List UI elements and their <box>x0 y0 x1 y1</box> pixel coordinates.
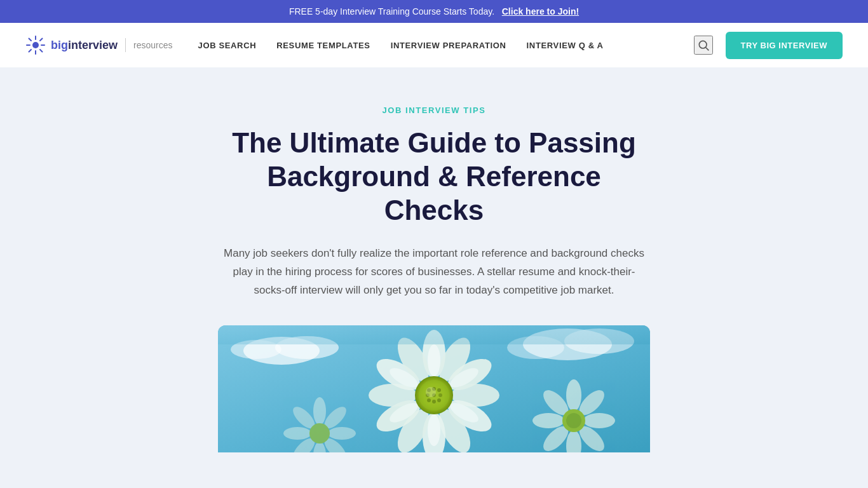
svg-line-6 <box>40 50 43 52</box>
top-banner: FREE 5-day Interview Training Course Sta… <box>0 0 868 23</box>
nav-interview-preparation[interactable]: INTERVIEW PREPARATION <box>391 41 506 50</box>
logo-text[interactable]: biginterview resources <box>51 38 173 52</box>
banner-text: FREE 5-day Interview Training Course Sta… <box>289 6 494 17</box>
nav-interview-qa[interactable]: INTERVIEW Q & A <box>527 41 604 50</box>
logo-icon <box>25 35 46 55</box>
try-big-interview-button[interactable]: TRY BIG INTERVIEW <box>726 32 843 59</box>
article-container: JOB INTERVIEW TIPS The Ultimate Guide to… <box>218 105 650 452</box>
svg-point-48 <box>566 379 581 411</box>
svg-point-58 <box>313 397 326 425</box>
svg-point-57 <box>566 413 581 428</box>
logo-big: big <box>51 39 68 52</box>
svg-point-66 <box>309 423 330 444</box>
search-button[interactable] <box>694 36 713 55</box>
nav-resume-templates[interactable]: RESUME TEMPLATES <box>276 41 370 50</box>
search-icon <box>697 39 710 51</box>
svg-point-30 <box>428 344 440 376</box>
site-header: biginterview resources JOB SEARCH RESUME… <box>0 23 868 67</box>
svg-point-43 <box>438 393 442 397</box>
svg-point-40 <box>437 388 441 392</box>
category-label: JOB INTERVIEW TIPS <box>218 105 650 115</box>
svg-point-60 <box>328 427 356 440</box>
logo-area: biginterview resources <box>25 35 173 55</box>
article-intro: Many job seekers don't fully realize the… <box>218 245 650 300</box>
svg-line-7 <box>40 39 43 41</box>
svg-point-0 <box>32 42 39 48</box>
logo-divider <box>125 38 126 52</box>
nav-right: TRY BIG INTERVIEW <box>694 32 843 59</box>
main-nav: JOB SEARCH RESUME TEMPLATES INTERVIEW PR… <box>198 41 694 50</box>
svg-line-5 <box>29 39 32 41</box>
svg-point-50 <box>583 413 615 428</box>
svg-point-46 <box>437 398 441 402</box>
svg-line-8 <box>29 50 32 52</box>
nav-job-search[interactable]: JOB SEARCH <box>198 41 257 50</box>
svg-point-47 <box>426 387 436 397</box>
logo-interview: interview <box>68 39 118 52</box>
hero-image <box>218 325 650 452</box>
banner-link[interactable]: Click here to Join! <box>502 6 579 17</box>
svg-point-44 <box>427 398 431 402</box>
svg-point-64 <box>283 427 311 440</box>
svg-line-10 <box>705 48 709 51</box>
svg-point-45 <box>432 400 436 403</box>
svg-point-33 <box>428 414 440 446</box>
svg-rect-67 <box>218 325 650 344</box>
logo-resources: resources <box>133 40 172 50</box>
hero-flower-illustration <box>218 325 650 452</box>
svg-point-9 <box>699 41 707 48</box>
article-title: The Ultimate Guide to Passing Background… <box>218 126 650 227</box>
main-content: JOB INTERVIEW TIPS The Ultimate Guide to… <box>0 67 868 461</box>
svg-point-54 <box>532 413 564 428</box>
